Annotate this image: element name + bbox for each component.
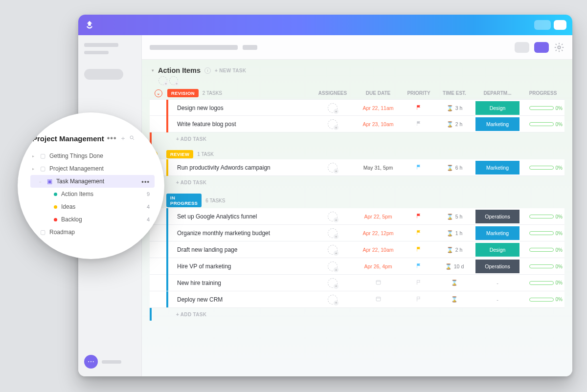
task-name[interactable]: Write feature blog post [172,121,309,128]
add-task-button[interactable]: + ADD TASK [150,308,564,321]
assignee-add-icon[interactable] [328,103,338,113]
priority-flag[interactable] [404,213,433,220]
department-cell[interactable]: Design [475,100,519,116]
info-icon[interactable]: i [204,67,211,74]
sidebar-item[interactable]: ▸▢Roadmap [30,226,155,239]
due-date[interactable]: Apr 22, 11am [356,105,400,111]
due-date[interactable]: Apr 26, 4pm [356,263,400,269]
calendar-icon[interactable] [375,279,382,285]
department-cell[interactable]: Design [475,241,519,258]
add-task-button[interactable]: + ADD TASK [150,132,564,145]
task-name[interactable]: Organize monthly marketing budget [172,230,309,237]
assignee-add-icon[interactable] [328,245,338,255]
time-estimate[interactable]: ⌛10 d [437,263,472,270]
more-icon[interactable]: ••• [141,178,150,185]
assignee-add-icon[interactable] [328,163,338,173]
status-chip[interactable]: IN PROGRESS [166,194,202,207]
caret-down-icon[interactable]: ▾ [152,68,154,73]
header-control-1[interactable] [534,20,551,30]
assignee-add-icon[interactable] [328,261,338,271]
progress-cell[interactable]: 0% [523,280,563,285]
priority-flag[interactable] [404,164,433,172]
due-date-empty[interactable] [356,296,400,303]
sidebar-item[interactable]: Action Items9 [30,188,155,200]
sidebar-item[interactable]: ▸▢Project Management [30,162,155,175]
task-name[interactable]: Run productivity Adwords campaign [172,164,309,171]
task-name[interactable]: Design new logos [172,105,309,111]
filter-avatar-2[interactable] [169,76,178,85]
assignee-cell[interactable] [313,295,352,305]
assignee-add-icon[interactable] [328,278,338,288]
progress-cell[interactable]: 0% [523,165,563,171]
due-date[interactable]: Apr 23, 10am [356,121,400,127]
due-date[interactable]: May 31, 5pm [356,165,400,171]
assignee-cell[interactable] [313,103,352,113]
chat-button[interactable]: ⋯ [84,355,98,369]
progress-cell[interactable]: 0% [523,106,563,111]
time-estimate[interactable]: ⌛1 h [437,230,472,237]
department-cell[interactable]: Marketing [475,159,519,176]
priority-flag[interactable] [404,263,433,270]
time-estimate-empty[interactable]: ⌛ [437,280,472,286]
progress-cell[interactable]: 0% [523,264,563,269]
progress-cell[interactable]: 0% [523,231,563,236]
priority-flag[interactable] [404,121,433,128]
plus-icon[interactable]: ＋ [120,134,126,143]
assignee-cell[interactable] [313,228,352,238]
due-date[interactable]: Apr 22, 5pm [356,214,400,219]
time-estimate[interactable]: ⌛2 h [437,247,472,253]
assignee-add-icon[interactable] [328,119,338,129]
priority-empty[interactable] [404,296,433,303]
task-row[interactable]: Draft new landing page Apr 22, 10am ⌛2 h… [150,241,564,258]
time-estimate-empty[interactable]: ⌛ [437,296,472,303]
assignee-add-icon[interactable] [328,295,338,305]
task-row[interactable]: New hire training ⌛ - 0% [150,275,564,291]
department-empty[interactable]: - [475,280,519,286]
department-cell[interactable]: Operations [475,208,519,225]
task-name[interactable]: Hire VP of marketing [172,263,309,270]
time-estimate[interactable]: ⌛6 h [437,165,472,171]
task-name[interactable]: New hire training [172,280,309,286]
assignee-cell[interactable] [313,261,352,271]
new-task-button[interactable]: + NEW TASK [215,68,246,73]
task-row[interactable]: Set up Google Analytics funnel Apr 22, 5… [150,208,564,225]
view-toggle-1[interactable] [515,42,529,53]
task-name[interactable]: Deploy new CRM [172,296,309,303]
priority-flag[interactable] [404,105,433,112]
status-chip[interactable]: REVIEW [166,150,193,158]
add-task-button[interactable]: + ADD TASK [150,176,564,189]
time-estimate[interactable]: ⌛2 h [437,121,472,128]
status-chip[interactable]: REVISION [167,89,199,97]
gear-icon[interactable] [554,42,564,53]
progress-cell[interactable]: 0% [523,297,563,302]
assignee-cell[interactable] [313,278,352,288]
task-row[interactable]: Write feature blog post Apr 23, 10am ⌛2 … [150,116,564,132]
filter-avatar-1[interactable] [158,76,167,85]
collapse-icon[interactable]: ⌄ [155,89,162,97]
due-date[interactable]: Apr 22, 10am [356,247,400,253]
assignee-cell[interactable] [313,212,352,221]
task-row[interactable]: Hire VP of marketing Apr 26, 4pm ⌛10 d O… [150,258,564,275]
sidebar-search-skeleton[interactable] [84,69,123,80]
calendar-icon[interactable] [375,296,382,302]
due-date[interactable]: Apr 22, 12pm [356,230,400,236]
department-cell[interactable]: Operations [475,258,519,275]
view-toggle-2[interactable] [534,42,549,53]
task-row[interactable]: Run productivity Adwords campaign May 31… [150,159,564,176]
assignee-cell[interactable] [313,163,352,173]
priority-empty[interactable] [404,280,433,286]
due-date-empty[interactable] [356,279,400,286]
department-cell[interactable]: Marketing [475,225,519,241]
search-icon[interactable] [129,135,135,142]
progress-cell[interactable]: 0% [523,122,563,127]
task-name[interactable]: Draft new landing page [172,246,309,253]
department-empty[interactable]: - [475,297,519,303]
sidebar-item[interactable]: Backlog4 [30,213,155,226]
task-row[interactable]: Organize monthly marketing budget Apr 22… [150,225,564,241]
sidebar-item[interactable]: Ideas4 [30,200,155,213]
sidebar-item[interactable]: ▸▢Getting Things Done [30,150,155,162]
time-estimate[interactable]: ⌛3 h [437,105,472,111]
task-row[interactable]: Deploy new CRM ⌛ - 0% [150,291,564,308]
sidebar-item[interactable]: –▣Task Management••• [30,175,155,188]
progress-cell[interactable]: 0% [523,247,563,253]
